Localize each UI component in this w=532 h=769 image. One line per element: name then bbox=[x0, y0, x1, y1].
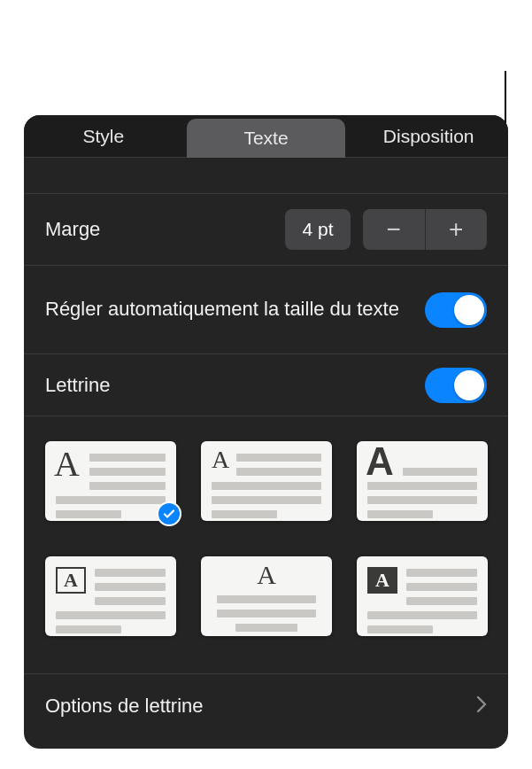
dropcap-options-label: Options de lettrine bbox=[45, 695, 476, 718]
minus-icon: − bbox=[387, 215, 401, 244]
tab-style[interactable]: Style bbox=[24, 115, 183, 157]
dropcap-styles-grid: A A A bbox=[24, 416, 508, 674]
row-lettrine: Lettrine bbox=[24, 354, 508, 416]
auto-resize-label: Régler automatiquement la taille du text… bbox=[45, 297, 425, 322]
tab-disposition[interactable]: Disposition bbox=[349, 115, 508, 157]
dropcap-style-2[interactable]: A bbox=[201, 441, 332, 521]
row-dropcap-options[interactable]: Options de lettrine bbox=[24, 674, 508, 738]
letter-a-icon: A bbox=[212, 560, 321, 590]
lettrine-toggle[interactable] bbox=[425, 368, 487, 403]
plus-icon: + bbox=[449, 215, 463, 244]
marge-label: Marge bbox=[45, 218, 285, 241]
marge-stepper: − + bbox=[363, 209, 487, 250]
letter-a-icon: A bbox=[54, 443, 80, 485]
letter-a-icon: A bbox=[64, 569, 78, 592]
tab-style-label: Style bbox=[82, 126, 124, 147]
marge-value-field[interactable]: 4 pt bbox=[285, 209, 351, 250]
checkmark-icon bbox=[157, 501, 181, 526]
lettrine-label: Lettrine bbox=[45, 374, 425, 397]
row-marge: Marge 4 pt − + bbox=[24, 193, 508, 266]
marge-increment-button[interactable]: + bbox=[426, 209, 488, 250]
toggle-knob bbox=[454, 370, 484, 400]
row-auto-resize-text: Régler automatiquement la taille du text… bbox=[24, 266, 508, 354]
chevron-right-icon bbox=[476, 694, 487, 719]
marge-decrement-button[interactable]: − bbox=[363, 209, 426, 250]
toggle-knob bbox=[454, 295, 484, 325]
tab-bar: Style Texte Disposition bbox=[24, 115, 508, 158]
tab-disposition-label: Disposition bbox=[383, 126, 474, 147]
letter-a-icon: A bbox=[375, 569, 389, 592]
dropcap-style-5[interactable]: A bbox=[201, 556, 332, 636]
letter-a-icon: A bbox=[366, 439, 394, 484]
letter-a-icon: A bbox=[212, 446, 229, 474]
auto-resize-toggle[interactable] bbox=[425, 292, 487, 328]
dropcap-style-4[interactable]: A bbox=[45, 556, 176, 636]
dropcap-style-6[interactable]: A bbox=[357, 556, 488, 636]
dropcap-style-1[interactable]: A bbox=[45, 441, 176, 521]
inspector-panel: Style Texte Disposition Marge 4 pt − + R… bbox=[24, 115, 508, 749]
marge-value: 4 pt bbox=[302, 219, 333, 240]
tab-texte-label: Texte bbox=[243, 128, 288, 149]
dropcap-style-3[interactable]: A bbox=[357, 441, 488, 521]
tab-texte[interactable]: Texte bbox=[187, 119, 346, 158]
